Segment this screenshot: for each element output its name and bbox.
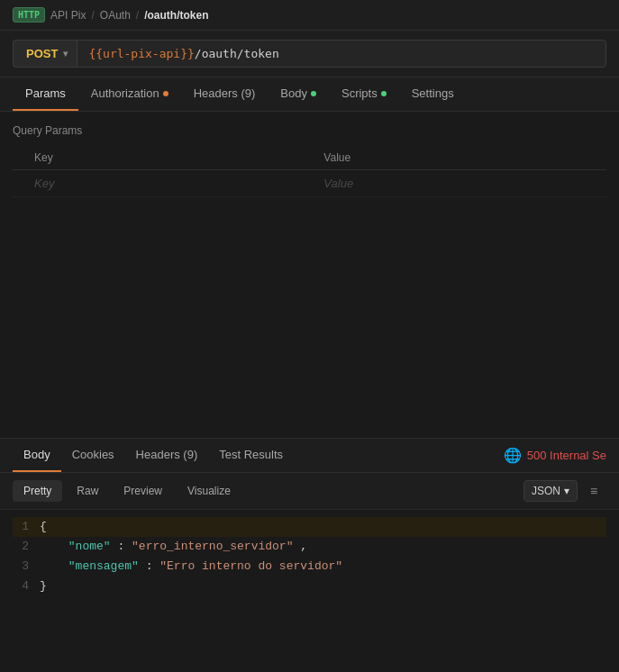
json-line-2: 2 "nome" : "erro_interno_servidor" , — [13, 537, 606, 557]
params-section: Query Params Key Value Key Value — [0, 112, 619, 197]
authorization-dot — [163, 91, 168, 96]
params-table: Key Value Key Value — [13, 146, 606, 197]
method-dropdown[interactable]: POST ▾ — [13, 40, 77, 68]
url-variable-part: {{url-pix-api}} — [88, 47, 194, 60]
json-line-1: 1 { — [13, 517, 606, 537]
response-status: 🌐 500 Internal Se — [504, 447, 606, 464]
json-val-mensagem: "Erro interno do servidor" — [159, 559, 342, 573]
tab-scripts[interactable]: Scripts — [329, 77, 399, 111]
response-tabs-bar: Body Cookies Headers (9) Test Results 🌐 … — [0, 439, 619, 473]
breadcrumb-current: /oauth/token — [144, 9, 208, 22]
tab-settings[interactable]: Settings — [399, 77, 467, 111]
breadcrumb-sep-1: / — [91, 9, 94, 22]
url-bar: POST ▾ {{url-pix-api}}/oauth/token — [0, 31, 619, 77]
filter-icon[interactable]: ≡ — [581, 478, 606, 504]
line-num-1: 1 — [13, 517, 40, 537]
status-badge: 500 Internal Se — [527, 449, 606, 462]
breadcrumb-api-pix[interactable]: API Pix — [50, 9, 86, 22]
line-num-4: 4 — [13, 577, 40, 596]
body-dot — [311, 91, 316, 96]
url-path-part: /oauth/token — [195, 47, 279, 60]
col-key-header: Key — [27, 146, 316, 170]
fmt-dropdown-label: JSON — [532, 485, 560, 497]
line-num-3: 3 — [13, 557, 40, 577]
brace-open: { — [40, 520, 47, 533]
json-line-4: 4 } — [13, 577, 606, 596]
tab-body[interactable]: Body — [268, 77, 329, 111]
fmt-tab-visualize[interactable]: Visualize — [177, 480, 241, 502]
col-checkbox — [13, 146, 27, 170]
line-num-2: 2 — [13, 537, 40, 557]
format-bar: Pretty Raw Preview Visualize JSON ▾ ≡ — [0, 473, 619, 510]
resp-tab-body[interactable]: Body — [13, 439, 61, 472]
json-format-dropdown[interactable]: JSON ▾ — [523, 480, 578, 502]
breadcrumb-oauth[interactable]: OAuth — [100, 9, 131, 22]
method-label: POST — [26, 47, 58, 60]
value-placeholder[interactable]: Value — [316, 170, 606, 197]
breadcrumb-bar: HTTP API Pix / OAuth / /oauth/token — [0, 0, 619, 31]
response-area: Body Cookies Headers (9) Test Results 🌐 … — [0, 438, 619, 672]
key-placeholder[interactable]: Key — [27, 170, 316, 197]
tab-authorization[interactable]: Authorization — [78, 77, 181, 111]
request-tabs: Params Authorization Headers (9) Body Sc… — [0, 77, 619, 112]
url-field[interactable]: {{url-pix-api}}/oauth/token — [77, 40, 606, 68]
fmt-tab-preview[interactable]: Preview — [113, 480, 173, 502]
json-key-mensagem: "mensagem" — [68, 559, 139, 573]
col-value-header: Value — [316, 146, 606, 170]
json-val-nome: "erro_interno_servidor" — [132, 540, 293, 553]
breadcrumb-sep-2: / — [136, 9, 139, 22]
method-chevron-icon: ▾ — [63, 49, 68, 59]
fmt-tab-pretty[interactable]: Pretty — [13, 480, 62, 502]
tab-headers[interactable]: Headers (9) — [181, 77, 269, 111]
resp-tab-headers[interactable]: Headers (9) — [125, 439, 209, 472]
resp-tab-test-results[interactable]: Test Results — [208, 439, 294, 472]
brace-close: } — [40, 579, 47, 593]
json-line-3: 3 "mensagem" : "Erro interno do servidor… — [13, 557, 606, 577]
globe-icon: 🌐 — [504, 447, 522, 464]
json-output: 1 { 2 "nome" : "erro_interno_servidor" ,… — [0, 510, 619, 672]
query-params-label: Query Params — [13, 124, 606, 137]
json-key-nome: "nome" — [68, 540, 111, 553]
table-row: Key Value — [13, 170, 606, 197]
fmt-dropdown-chevron-icon: ▾ — [564, 485, 569, 497]
scripts-dot — [381, 91, 387, 96]
row-checkbox-cell — [13, 170, 27, 197]
resp-tab-cookies[interactable]: Cookies — [61, 439, 125, 472]
http-badge: HTTP — [13, 7, 45, 23]
fmt-tab-raw[interactable]: Raw — [66, 480, 109, 502]
tab-params[interactable]: Params — [13, 77, 78, 111]
